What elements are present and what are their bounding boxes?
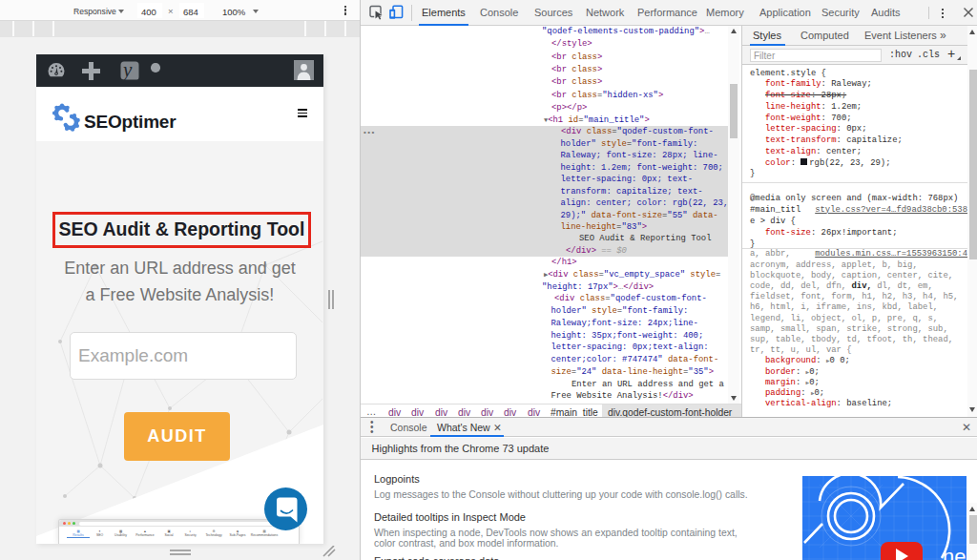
svg-text:y: y [121, 60, 133, 81]
svg-text:ne: ne [943, 545, 966, 560]
